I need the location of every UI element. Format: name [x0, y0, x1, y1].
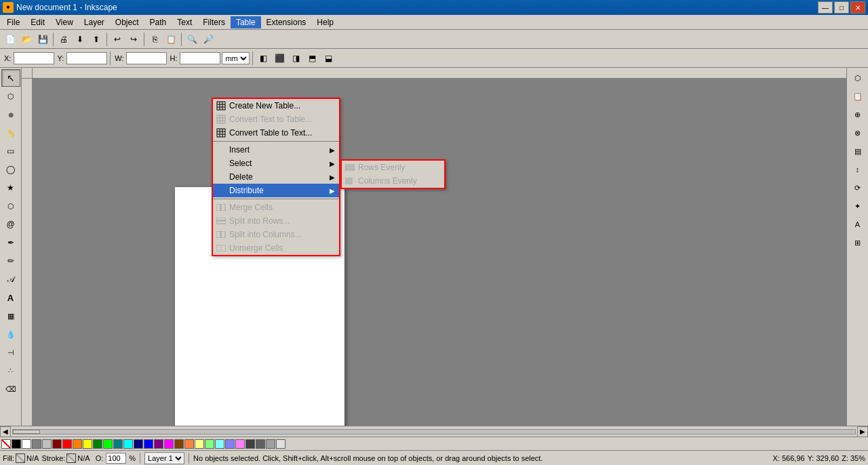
color-blue[interactable]	[144, 439, 153, 449]
right-btn-6[interactable]: ↕	[848, 161, 867, 178]
align-right-button[interactable]: ◨	[288, 51, 303, 66]
rect-tool[interactable]: ▭	[1, 142, 20, 160]
spray-tool[interactable]: ∴	[1, 362, 20, 380]
hscroll-thumb[interactable]	[13, 430, 40, 434]
align-left-button[interactable]: ◧	[256, 51, 271, 66]
right-btn-2[interactable]: 📋	[848, 87, 867, 105]
zoom-in-button[interactable]: 🔍	[184, 32, 199, 47]
hscrollbar[interactable]: ◀ ▶	[0, 426, 868, 437]
menu-object[interactable]: Object	[110, 16, 144, 28]
redo-button[interactable]: ↪	[126, 32, 141, 47]
menu-filters[interactable]: Filters	[197, 16, 231, 28]
menu-item-unmerge-cells[interactable]: Unmerge Cells	[213, 241, 339, 255]
pencil-tool[interactable]: ✏	[1, 252, 20, 270]
color-orange[interactable]	[73, 439, 82, 449]
color-yellow[interactable]	[83, 439, 92, 449]
color-darkblue[interactable]	[134, 439, 143, 449]
node-tool[interactable]: ⬡	[1, 87, 20, 105]
menu-table[interactable]: Table	[231, 16, 261, 28]
menu-item-split-columns[interactable]: Split into Columns...	[213, 228, 339, 241]
calligraphy-tool[interactable]: 𝒜	[1, 270, 20, 288]
opacity-input[interactable]	[106, 453, 126, 464]
export-button[interactable]: ⬆	[89, 32, 104, 47]
pen-tool[interactable]: ✒	[1, 234, 20, 251]
3d-box-tool[interactable]: ⬡	[1, 197, 20, 215]
zoom-out-button[interactable]: 🔎	[201, 32, 216, 47]
minimize-button[interactable]: —	[818, 1, 833, 14]
color-lightcyan[interactable]	[215, 439, 224, 449]
eraser-tool[interactable]: ⌫	[1, 380, 20, 398]
color-lightmagenta[interactable]	[235, 439, 245, 449]
select-tool[interactable]: ↖	[1, 69, 20, 87]
align-bottom-button[interactable]: ⬓	[321, 51, 336, 66]
menu-item-split-rows[interactable]: Split into Rows...	[213, 214, 339, 228]
x-input[interactable]	[14, 52, 54, 64]
color-magenta[interactable]	[164, 439, 174, 449]
star-tool[interactable]: ★	[1, 179, 20, 197]
menu-item-convert-text-to-table[interactable]: Convert Text to Table...	[213, 113, 339, 126]
menu-item-merge-cells[interactable]: Merge Cells	[213, 201, 339, 214]
right-btn-1[interactable]: ⬡	[848, 69, 867, 87]
layer-select[interactable]: Layer 1	[144, 452, 184, 464]
color-red[interactable]	[62, 439, 72, 449]
color-white[interactable]	[22, 439, 31, 449]
h-input[interactable]: 0,000	[180, 52, 220, 64]
menu-file[interactable]: File	[1, 16, 25, 28]
hscroll-right[interactable]: ▶	[857, 426, 868, 437]
right-btn-4[interactable]: ⊗	[848, 124, 867, 142]
spiral-tool[interactable]: @	[1, 216, 20, 233]
color-cyan[interactable]	[123, 439, 133, 449]
paste-button[interactable]: 📋	[163, 32, 178, 47]
ellipse-tool[interactable]: ◯	[1, 161, 20, 178]
color-darkgray1[interactable]	[245, 439, 255, 449]
menu-edit[interactable]: Edit	[25, 16, 50, 28]
gradient-tool[interactable]: ▦	[1, 307, 20, 325]
color-black[interactable]	[12, 439, 21, 449]
print-button[interactable]: 🖨	[56, 32, 71, 47]
menu-extensions[interactable]: Extensions	[261, 16, 312, 28]
canvas-area[interactable]: // ruler ticks rendered via JS below	[22, 68, 846, 426]
zoom-tool[interactable]: ⊕	[1, 106, 20, 123]
new-button[interactable]: 📄	[3, 32, 18, 47]
menu-text[interactable]: Text	[172, 16, 197, 28]
undo-button[interactable]: ↩	[110, 32, 125, 47]
color-lightgreen[interactable]	[205, 439, 214, 449]
table-dropdown-menu[interactable]: Create New Table... Convert Text to Tab	[212, 98, 340, 256]
text-tool[interactable]: A	[1, 289, 20, 306]
color-verylightgray[interactable]	[276, 439, 285, 449]
right-btn-9[interactable]: A	[848, 216, 867, 233]
color-lightorange[interactable]	[184, 439, 194, 449]
menu-view[interactable]: View	[50, 16, 79, 28]
unit-select[interactable]: mm px cm in pt	[222, 52, 250, 64]
right-btn-3[interactable]: ⊕	[848, 106, 867, 123]
color-lightblue[interactable]	[225, 439, 235, 449]
right-btn-8[interactable]: ✦	[848, 197, 867, 215]
menu-path[interactable]: Path	[144, 16, 172, 28]
color-green[interactable]	[103, 439, 113, 449]
dropper-tool[interactable]: 💧	[1, 325, 20, 343]
color-medgray[interactable]	[266, 439, 275, 449]
hscroll-left[interactable]: ◀	[0, 426, 11, 437]
canvas-content[interactable]	[33, 79, 846, 415]
color-lightgray[interactable]	[42, 439, 52, 449]
right-btn-7[interactable]: ⟳	[848, 179, 867, 197]
color-lightyellow[interactable]	[195, 439, 204, 449]
menu-help[interactable]: Help	[311, 16, 339, 28]
copy-button[interactable]: ⎘	[147, 32, 162, 47]
color-darkred[interactable]	[52, 439, 62, 449]
color-gray[interactable]	[32, 439, 41, 449]
menu-item-select[interactable]: Select ▶	[213, 157, 339, 170]
right-btn-10[interactable]: ⊞	[848, 234, 867, 251]
save-button[interactable]: 💾	[35, 32, 50, 47]
color-darkgreen[interactable]	[93, 439, 102, 449]
align-center-button[interactable]: ⬛	[272, 51, 287, 66]
open-button[interactable]: 📂	[19, 32, 34, 47]
menu-item-create-new-table[interactable]: Create New Table...	[213, 99, 339, 113]
menu-item-delete[interactable]: Delete ▶	[213, 170, 339, 184]
menu-layer[interactable]: Layer	[79, 16, 110, 28]
menu-item-insert[interactable]: Insert ▶	[213, 143, 339, 157]
menu-item-distribute[interactable]: Distribute ▶	[213, 184, 339, 197]
measure-tool[interactable]: 📏	[1, 124, 20, 142]
color-purple[interactable]	[154, 439, 163, 449]
menu-item-convert-table-to-text[interactable]: Convert Table to Text...	[213, 126, 339, 140]
